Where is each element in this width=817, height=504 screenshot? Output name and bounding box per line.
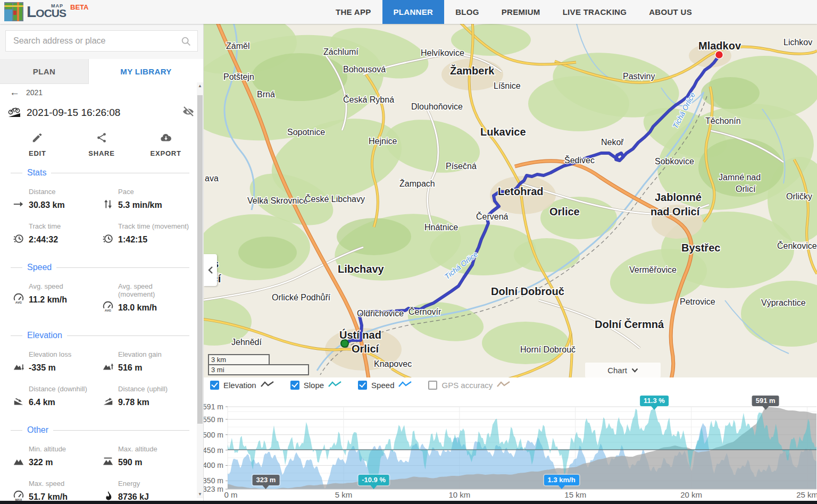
map-label: Záchlumí <box>323 47 359 56</box>
nav-item-premium[interactable]: PREMIUM <box>490 0 552 24</box>
map-label: Jamné nad <box>719 173 761 182</box>
nav-item-live-tracking[interactable]: LIVE TRACKING <box>552 0 638 24</box>
search-input[interactable] <box>6 31 197 51</box>
sidebar: PLANMY LIBRARY ← 2021 2021-09-15 16:26:0… <box>0 24 204 501</box>
scrollbar-thumb[interactable] <box>197 95 203 424</box>
scroll-up-arrow[interactable]: ▲ <box>197 82 203 90</box>
checkbox-speed[interactable] <box>358 381 367 390</box>
section-title-other: Other <box>11 425 189 435</box>
stat-label: Avg. speed <box>13 282 99 290</box>
map-label: Bohousová <box>343 65 386 74</box>
svg-text:591 m: 591 m <box>204 402 223 411</box>
map-label: Lichkov <box>783 38 812 47</box>
map-label: Černovír <box>408 307 441 316</box>
stat-value: 5.3 min/km <box>118 200 162 210</box>
map-label: Orlice <box>549 206 580 217</box>
map-label: Libchavy <box>338 263 385 275</box>
stat-value: 9.78 km <box>118 398 149 407</box>
back-arrow-icon: ← <box>10 88 20 97</box>
scale-km: 3 km <box>208 354 270 364</box>
elev-gain-icon <box>102 361 114 375</box>
checkbox-elevation[interactable] <box>210 381 219 390</box>
share-label: SHARE <box>88 149 115 157</box>
legend-gps-accuracy[interactable]: GPS accuracy <box>428 381 511 390</box>
nav-item-planner[interactable]: PLANNER <box>382 0 445 24</box>
top-nav: Locus MAP BETA THE APPPLANNERBLOGPREMIUM… <box>0 0 817 24</box>
map-label: Dlouhoňovice <box>411 102 463 111</box>
section-title-elevation: Elevation <box>11 331 189 340</box>
map-label: Ústí nad <box>339 329 381 341</box>
stat-label: Distance (uphill) <box>102 385 190 393</box>
svg-text:5 km: 5 km <box>335 490 353 498</box>
legend-label: Speed <box>371 381 394 390</box>
stat-distance-uphill: Distance (uphill)9.78 km <box>101 380 193 415</box>
svg-text:450 m: 450 m <box>204 446 223 455</box>
map-label: Sopotnice <box>287 128 325 137</box>
section-elevation: ElevationElevation loss-335 mElevation g… <box>0 331 203 415</box>
checkbox-slope[interactable] <box>290 381 299 390</box>
back-to-2021[interactable]: ← 2021 <box>0 84 203 97</box>
search-zone <box>0 24 203 59</box>
nav-item-blog[interactable]: BLOG <box>444 0 490 24</box>
elev-loss-icon <box>13 361 24 375</box>
nav-item-about-us[interactable]: ABOUT US <box>638 0 703 24</box>
locus-logo[interactable]: Locus MAP BETA <box>4 2 88 21</box>
map-canvas[interactable]: Tichá OrliceTichá OrliceZámělPotštejnBrn… <box>204 24 817 377</box>
svg-text:0 m: 0 m <box>224 490 237 498</box>
pencil-icon <box>31 132 43 146</box>
stat-label: Distance <box>13 188 99 196</box>
bottom-edge-bar <box>0 501 817 504</box>
arrow-right-icon <box>13 198 24 212</box>
tab-plan[interactable]: PLAN <box>0 59 89 84</box>
sidebar-tabs: PLANMY LIBRARY <box>0 59 203 84</box>
stat-value: -335 m <box>29 363 56 373</box>
section-speed: SpeedAvg. speedAVG11.2 km/hAvg. speed (m… <box>0 263 203 320</box>
map-label: Nekoř <box>601 138 624 147</box>
map-label: nad Orlicí <box>651 206 701 217</box>
svg-text:550 m: 550 m <box>204 415 223 424</box>
share-button[interactable]: SHARE <box>70 132 134 157</box>
map-label: Písečná <box>446 162 477 171</box>
sidebar-collapse-handle[interactable] <box>204 254 217 286</box>
stat-label: Avg. speed (movement) <box>102 282 190 298</box>
stat-value: 516 m <box>118 363 142 373</box>
checkbox-gps-accuracy[interactable] <box>428 381 437 390</box>
time-icon <box>13 233 24 247</box>
chart-toggle-button[interactable]: Chart <box>585 363 661 377</box>
stat-label: Distance (downhill) <box>13 385 99 393</box>
map-label: Šedivec <box>564 155 595 165</box>
scale-mi: 3 mi <box>208 364 309 375</box>
legend-elevation[interactable]: Elevation <box>210 381 274 390</box>
map-label: Žamberk <box>450 64 495 77</box>
section-title-speed: Speed <box>11 263 189 272</box>
stat-sections: StatsDistance30.83 kmPace5.3 min/kmTrack… <box>0 168 203 504</box>
legend-line-icon <box>398 381 412 390</box>
tab-my-library[interactable]: MY LIBRARY <box>89 59 203 84</box>
cloud-download-icon <box>160 132 172 146</box>
legend-slope[interactable]: Slope <box>290 381 342 390</box>
svg-text:10 km: 10 km <box>448 490 470 498</box>
search-icon[interactable] <box>180 36 192 49</box>
export-button[interactable]: EXPORT <box>134 132 198 157</box>
eye-off-icon[interactable] <box>182 105 195 120</box>
map-label: Jablonné <box>655 191 702 203</box>
svg-text:350 m: 350 m <box>204 476 223 485</box>
map-label: Letohrad <box>498 186 544 197</box>
edit-button[interactable]: EDIT <box>5 132 70 157</box>
nav-item-the-app[interactable]: THE APP <box>324 0 382 24</box>
stat-value: 322 m <box>29 458 53 467</box>
legend-speed[interactable]: Speed <box>358 381 412 390</box>
section-stats: StatsDistance30.83 kmPace5.3 min/kmTrack… <box>0 168 203 252</box>
scroll-down-arrow[interactable]: ▼ <box>197 491 203 498</box>
stat-max-altitude: Max. altitude590 m <box>101 440 193 475</box>
search-box <box>5 30 198 52</box>
sidebar-scrollbar[interactable]: ▲ ▼ <box>197 82 203 498</box>
map-label: Těchonín <box>705 116 741 125</box>
legend-line-icon <box>261 381 274 390</box>
map-label: Čenkovice <box>777 241 817 250</box>
main-nav: THE APPPLANNERBLOGPREMIUMLIVE TRACKINGAB… <box>324 0 703 24</box>
map-label: Sobkovice <box>655 157 694 166</box>
svg-text:AVG: AVG <box>105 309 112 312</box>
stat-min-altitude: Min. altitude322 m <box>12 440 101 475</box>
edit-label: EDIT <box>29 149 46 157</box>
